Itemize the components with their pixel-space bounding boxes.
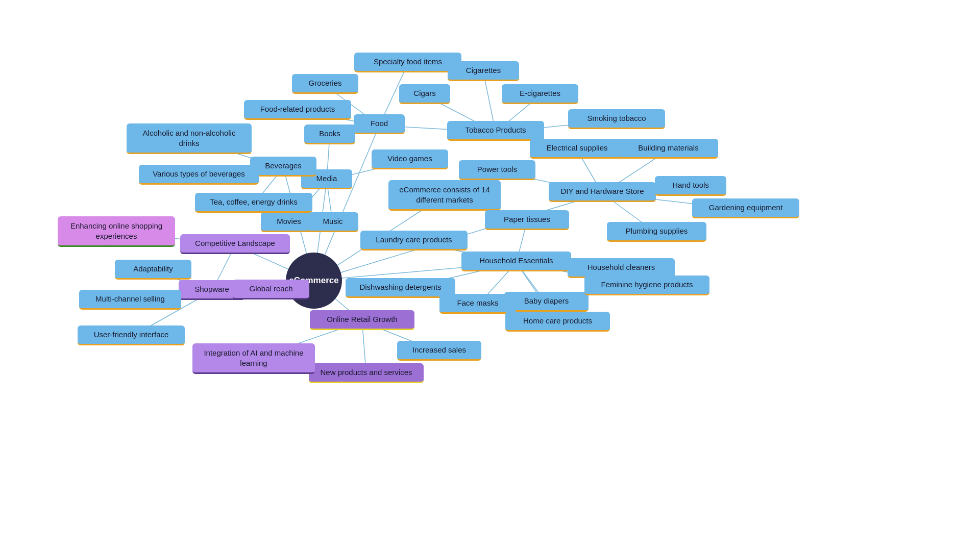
node-competitive: Competitive Landscape	[180, 234, 290, 254]
node-cigarettes: Cigarettes	[448, 61, 519, 81]
node-new_products: New products and services	[309, 363, 424, 383]
node-food_related: Food-related products	[244, 100, 351, 120]
node-integration: Integration of AI and machine learning	[192, 343, 315, 374]
node-plumbing: Plumbing supplies	[607, 222, 706, 242]
node-video_games: Video games	[372, 149, 448, 169]
node-dishwashing: Dishwashing detergents	[346, 278, 455, 298]
node-multi_channel: Multi-channel selling	[79, 290, 181, 310]
node-face_masks: Face masks	[439, 294, 516, 314]
node-household_ess: Household Essentials	[461, 252, 571, 271]
node-baby_diapers: Baby diapers	[504, 292, 589, 312]
node-electrical: Electrical supplies	[530, 139, 624, 159]
node-increased_sales: Increased sales	[397, 341, 481, 361]
node-user_friendly: User-friendly interface	[78, 325, 185, 345]
node-tea: Tea, coffee, energy drinks	[195, 193, 312, 213]
node-food: Food	[354, 114, 405, 134]
node-global_reach: Global reach	[233, 280, 309, 299]
node-home_care: Home care products	[505, 312, 610, 332]
node-gardening: Gardening equipment	[692, 198, 799, 218]
node-beverages: Beverages	[250, 157, 316, 177]
node-specialty: Specialty food items	[354, 53, 461, 72]
node-books: Books	[304, 124, 355, 144]
node-online_retail: Online Retail Growth	[310, 310, 414, 330]
node-household_cleaners: Household cleaners	[568, 258, 675, 278]
node-diy: DIY and Hardware Store	[549, 182, 656, 202]
node-hand_tools: Hand tools	[655, 176, 726, 196]
node-feminine: Feminine hygiene products	[584, 276, 709, 295]
node-laundry: Laundry care products	[360, 231, 468, 251]
node-alcoholic: Alcoholic and non-alcoholic drinks	[127, 123, 252, 154]
node-power_tools: Power tools	[459, 160, 535, 180]
node-building: Building materials	[619, 139, 718, 159]
node-ecigarettes: E-cigarettes	[502, 84, 578, 104]
node-adaptability: Adaptability	[115, 260, 191, 280]
node-tobacco: Tobacco Products	[447, 121, 544, 141]
node-music: Music	[307, 212, 358, 232]
node-various: Various types of beverages	[139, 165, 259, 185]
node-paper_tissues: Paper tissues	[485, 210, 569, 230]
node-smoking: Smoking tobacco	[568, 109, 665, 129]
node-enhancing: Enhancing online shopping experiences	[58, 216, 175, 247]
node-groceries: Groceries	[292, 74, 358, 94]
node-cigars: Cigars	[399, 84, 450, 104]
node-ecommerce14: eCommerce consists of 14 different marke…	[388, 180, 501, 211]
